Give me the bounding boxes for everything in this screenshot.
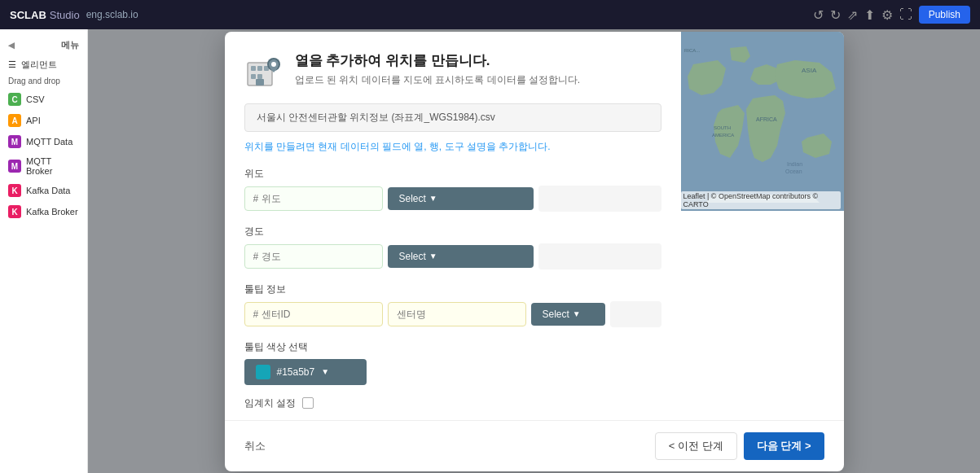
threshold-checkbox[interactable] bbox=[302, 397, 314, 409]
color-label: 툴팁 색상 선택 bbox=[244, 340, 661, 354]
sidebar-item-kafka-data[interactable]: K Kafka Data bbox=[0, 180, 87, 201]
latitude-label: 위도 bbox=[244, 167, 661, 181]
map-container: Indian Ocean ASIA AFRICA SOUTH AMERICA R… bbox=[681, 32, 844, 211]
color-hex-label: #15a5b7 bbox=[277, 366, 315, 378]
modal-right: Indian Ocean ASIA AFRICA SOUTH AMERICA R… bbox=[681, 32, 844, 420]
share-icon[interactable]: ⇗ bbox=[847, 7, 858, 23]
svg-text:ASIA: ASIA bbox=[802, 67, 817, 74]
svg-rect-4 bbox=[251, 74, 256, 79]
api-icon: A bbox=[8, 114, 21, 127]
latitude-input[interactable] bbox=[244, 186, 383, 211]
prev-button[interactable]: < 이전 단계 bbox=[655, 432, 737, 460]
file-bar: 서울시 안전센터관할 위치정보 (좌표계_WGS1984).csv bbox=[244, 103, 661, 132]
main-layout: ◀ 메뉴 ☰ 엘리먼트 Drag and drop C CSV A API M … bbox=[0, 29, 980, 473]
expand-icon[interactable]: ⛶ bbox=[899, 7, 912, 22]
kafka-data-icon: K bbox=[8, 184, 21, 197]
mqtt-data-icon: M bbox=[8, 135, 21, 148]
undo-icon[interactable]: ↺ bbox=[813, 7, 824, 23]
longitude-select-label: Select bbox=[399, 251, 426, 262]
sidebar-section-title: 메뉴 bbox=[61, 39, 79, 51]
svg-rect-1 bbox=[251, 66, 256, 71]
longitude-select-button[interactable]: Select ▼ bbox=[388, 245, 534, 268]
threshold-row: 임계치 설정 bbox=[244, 396, 661, 410]
tooltip-fill bbox=[610, 301, 661, 327]
color-section: 툴팁 색상 선택 #15a5b7 ▼ bbox=[244, 340, 661, 385]
mqtt-broker-label: MQTT Broker bbox=[26, 156, 79, 176]
hint-text: 위치를 만들려면 현재 데이터의 필드에 열, 행, 도구 설명을 추가합니다. bbox=[244, 140, 661, 154]
publish-button[interactable]: Publish bbox=[919, 6, 970, 24]
latitude-select-arrow: ▼ bbox=[429, 194, 437, 203]
longitude-fill bbox=[538, 243, 661, 269]
tooltip-label: 툴팁 정보 bbox=[244, 282, 661, 296]
mqtt-data-label: MQTT Data bbox=[26, 137, 73, 147]
sidebar-item-api[interactable]: A API bbox=[0, 110, 87, 131]
sidebar-item-kafka-broker[interactable]: K Kafka Broker bbox=[0, 201, 87, 222]
longitude-label: 경도 bbox=[244, 225, 661, 239]
kafka-data-label: Kafka Data bbox=[26, 186, 70, 195]
svg-point-8 bbox=[271, 62, 276, 67]
svg-text:RICA...: RICA... bbox=[684, 48, 701, 53]
elements-label: 엘리먼트 bbox=[21, 59, 57, 71]
latitude-select-label: Select bbox=[399, 193, 426, 204]
redo-icon[interactable]: ↻ bbox=[830, 7, 841, 23]
api-label: API bbox=[26, 116, 41, 125]
svg-text:Indian: Indian bbox=[787, 161, 802, 167]
topbar-left: SCLAB Studio eng.sclab.io bbox=[10, 9, 138, 21]
sidebar: ◀ 메뉴 ☰ 엘리먼트 Drag and drop C CSV A API M … bbox=[0, 29, 88, 473]
sidebar-item-csv[interactable]: C CSV bbox=[0, 89, 87, 110]
sidebar-item-elements[interactable]: ☰ 엘리먼트 bbox=[0, 55, 87, 75]
kafka-broker-icon: K bbox=[8, 205, 21, 218]
tooltip-input2[interactable] bbox=[388, 302, 526, 326]
modal-title: 열을 추가하여 위치를 만듭니다. bbox=[295, 51, 581, 70]
svg-rect-2 bbox=[257, 66, 262, 71]
logo: SCLAB Studio bbox=[10, 9, 80, 21]
modal-body: 열을 추가하여 위치를 만듭니다. 업로드 된 위치 데이터를 지도에 표시하도… bbox=[225, 32, 844, 420]
modal-footer: 취소 < 이전 단계 다음 단계 > bbox=[225, 420, 844, 471]
tooltip-field-row: 툴팁 정보 Select ▼ bbox=[244, 282, 661, 327]
world-map-svg: Indian Ocean ASIA AFRICA SOUTH AMERICA R… bbox=[681, 32, 844, 211]
next-button[interactable]: 다음 단계 > bbox=[744, 432, 824, 460]
url-bar: eng.sclab.io bbox=[86, 9, 138, 20]
svg-text:Ocean: Ocean bbox=[785, 169, 802, 174]
elements-icon: ☰ bbox=[8, 59, 16, 70]
sidebar-section-header[interactable]: ◀ 메뉴 bbox=[0, 36, 87, 55]
latitude-inputs: Select ▼ bbox=[244, 186, 661, 212]
settings-icon[interactable]: ⚙ bbox=[881, 7, 893, 23]
content-area: 열을 추가하여 위치를 만듭니다. 업로드 된 위치 데이터를 지도에 표시하도… bbox=[88, 29, 980, 473]
modal-overlay: 열을 추가하여 위치를 만듭니다. 업로드 된 위치 데이터를 지도에 표시하도… bbox=[88, 29, 980, 473]
modal-header: 열을 추가하여 위치를 만듭니다. 업로드 된 위치 데이터를 지도에 표시하도… bbox=[244, 51, 661, 90]
longitude-input[interactable] bbox=[244, 244, 383, 269]
topbar: SCLAB Studio eng.sclab.io ↺ ↻ ⇗ ⬆ ⚙ ⛶ Pu… bbox=[0, 0, 980, 29]
map-credits: Leaflet | © OpenStreetMap contributors ©… bbox=[681, 191, 841, 209]
longitude-field-row: 경도 Select ▼ bbox=[244, 225, 661, 269]
logo-sclab: SCLAB bbox=[10, 9, 46, 21]
tooltip-input1[interactable] bbox=[244, 302, 383, 326]
longitude-inputs: Select ▼ bbox=[244, 243, 661, 269]
modal-subtitle: 업로드 된 위치 데이터를 지도에 표시하도록 데이터를 설정합니다. bbox=[295, 73, 581, 87]
csv-label: CSV bbox=[26, 94, 45, 104]
sidebar-item-mqtt-data[interactable]: M MQTT Data bbox=[0, 131, 87, 152]
cancel-button[interactable]: 취소 bbox=[244, 439, 266, 453]
sidebar-collapse-arrow: ◀ bbox=[8, 41, 15, 50]
drag-drop-label: Drag and drop bbox=[0, 75, 87, 89]
tooltip-select-button[interactable]: Select ▼ bbox=[531, 303, 605, 326]
svg-text:AMERICA: AMERICA bbox=[712, 133, 734, 138]
svg-rect-6 bbox=[256, 79, 264, 85]
color-swatch bbox=[256, 365, 270, 379]
footer-nav: < 이전 단계 다음 단계 > bbox=[655, 432, 824, 460]
logo-studio: Studio bbox=[50, 9, 80, 21]
upload-icon[interactable]: ⬆ bbox=[864, 7, 875, 23]
svg-rect-5 bbox=[257, 74, 262, 79]
color-select-button[interactable]: #15a5b7 ▼ bbox=[244, 359, 367, 385]
color-dropdown-arrow: ▼ bbox=[321, 367, 329, 376]
csv-icon: C bbox=[8, 93, 21, 106]
svg-text:AFRICA: AFRICA bbox=[756, 116, 777, 122]
sidebar-item-mqtt-broker[interactable]: M MQTT Broker bbox=[0, 152, 87, 180]
modal-left: 열을 추가하여 위치를 만듭니다. 업로드 된 위치 데이터를 지도에 표시하도… bbox=[225, 32, 681, 420]
modal: 열을 추가하여 위치를 만듭니다. 업로드 된 위치 데이터를 지도에 표시하도… bbox=[225, 32, 844, 471]
modal-header-text: 열을 추가하여 위치를 만듭니다. 업로드 된 위치 데이터를 지도에 표시하도… bbox=[295, 51, 581, 87]
kafka-broker-label: Kafka Broker bbox=[26, 207, 78, 217]
latitude-select-button[interactable]: Select ▼ bbox=[388, 187, 534, 210]
tooltip-inputs: Select ▼ bbox=[244, 301, 661, 327]
latitude-field-row: 위도 Select ▼ bbox=[244, 167, 661, 212]
